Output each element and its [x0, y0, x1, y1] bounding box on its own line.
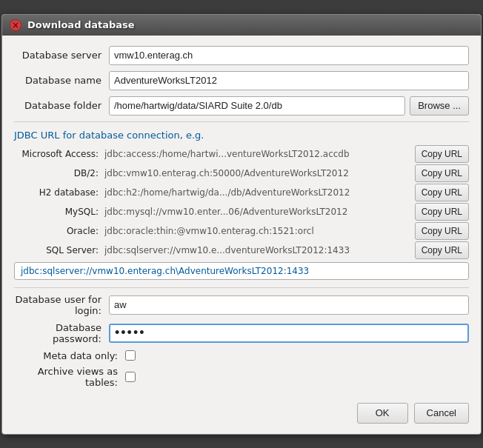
title-bar: Download database	[2, 15, 481, 36]
jdbc-label-1: DB/2:	[14, 168, 104, 178]
db-folder-label: Database folder	[14, 100, 109, 111]
jdbc-row-2: H2 database: jdbc:h2:/home/hartwig/da...…	[14, 184, 469, 201]
jdbc-section-title: JDBC URL for database connection, e.g.	[14, 130, 469, 141]
db-server-label: Database server	[14, 50, 109, 61]
jdbc-label-0: Microsoft Access:	[14, 149, 104, 159]
browse-button[interactable]: Browse ...	[410, 96, 469, 116]
dialog-download-database: Download database Database server Databa…	[1, 14, 482, 435]
copy-url-button-1[interactable]: Copy URL	[415, 164, 469, 182]
jdbc-url-2: jdbc:h2:/home/hartwig/da.../db/Adventure…	[104, 187, 410, 198]
jdbc-url-0: jdbc:access:/home/hartwi...ventureWorksL…	[104, 149, 410, 159]
copy-url-button-4[interactable]: Copy URL	[415, 222, 469, 240]
jdbc-url-4: jdbc:oracle:thin:@vmw10.enterag.ch:1521:…	[104, 226, 410, 236]
jdbc-label-2: H2 database:	[14, 187, 104, 198]
jdbc-url-3: jdbc:mysql://vmw10.enter...06/AdventureW…	[104, 207, 410, 217]
jdbc-row-5: SQL Server: jdbc:sqlserver://vmw10.e...d…	[14, 241, 469, 259]
meta-only-label: Meta data only:	[14, 350, 125, 361]
db-name-label: Database name	[14, 75, 109, 86]
db-server-row: Database server	[14, 46, 469, 65]
jdbc-section: JDBC URL for database connection, e.g. M…	[14, 130, 469, 280]
meta-only-checkbox[interactable]	[125, 350, 136, 361]
jdbc-label-3: MySQL:	[14, 207, 104, 217]
db-user-row: Database user for login:	[14, 294, 469, 316]
db-server-input[interactable]	[109, 46, 469, 65]
db-user-label: Database user for login:	[14, 294, 109, 316]
archive-views-row: Archive views as tables:	[14, 366, 469, 388]
jdbc-label-5: SQL Server:	[14, 245, 104, 255]
db-name-input[interactable]	[109, 71, 469, 90]
archive-views-label: Archive views as tables:	[14, 366, 125, 388]
button-row: OK Cancel	[14, 398, 469, 424]
copy-url-button-2[interactable]: Copy URL	[415, 184, 469, 201]
db-folder-row: Database folder Browse ...	[14, 96, 469, 116]
db-name-row: Database name	[14, 71, 469, 90]
db-folder-input[interactable]	[109, 96, 405, 116]
divider-1	[14, 121, 469, 122]
jdbc-full-url: jdbc:sqlserver://vmw10.enterag.ch\Advent…	[14, 262, 469, 280]
divider-2	[14, 287, 469, 288]
db-password-label: Database password:	[14, 322, 109, 344]
db-user-input[interactable]	[109, 295, 469, 315]
jdbc-row-0: Microsoft Access: jdbc:access:/home/hart…	[14, 145, 469, 163]
archive-views-checkbox[interactable]	[125, 372, 136, 382]
db-password-input[interactable]	[109, 324, 469, 343]
db-password-row: Database password:	[14, 322, 469, 344]
copy-url-button-5[interactable]: Copy URL	[415, 241, 469, 259]
jdbc-row-3: MySQL: jdbc:mysql://vmw10.enter...06/Adv…	[14, 203, 469, 221]
cancel-button[interactable]: Cancel	[414, 403, 469, 424]
copy-url-button-3[interactable]: Copy URL	[415, 203, 469, 221]
jdbc-url-1: jdbc:vmw10.enterag.ch:50000/AdventureWor…	[104, 168, 410, 178]
jdbc-label-4: Oracle:	[14, 226, 104, 236]
copy-url-button-0[interactable]: Copy URL	[415, 145, 469, 163]
jdbc-row-1: DB/2: jdbc:vmw10.enterag.ch:50000/Advent…	[14, 164, 469, 182]
close-button[interactable]	[10, 19, 21, 31]
jdbc-row-4: Oracle: jdbc:oracle:thin:@vmw10.enterag.…	[14, 222, 469, 240]
ok-button[interactable]: OK	[357, 403, 408, 424]
dialog-body: Database server Database name Database f…	[2, 36, 481, 434]
dialog-title: Download database	[27, 19, 135, 30]
meta-only-row: Meta data only:	[14, 350, 469, 361]
jdbc-url-5: jdbc:sqlserver://vmw10.e...dventureWorks…	[104, 245, 410, 255]
